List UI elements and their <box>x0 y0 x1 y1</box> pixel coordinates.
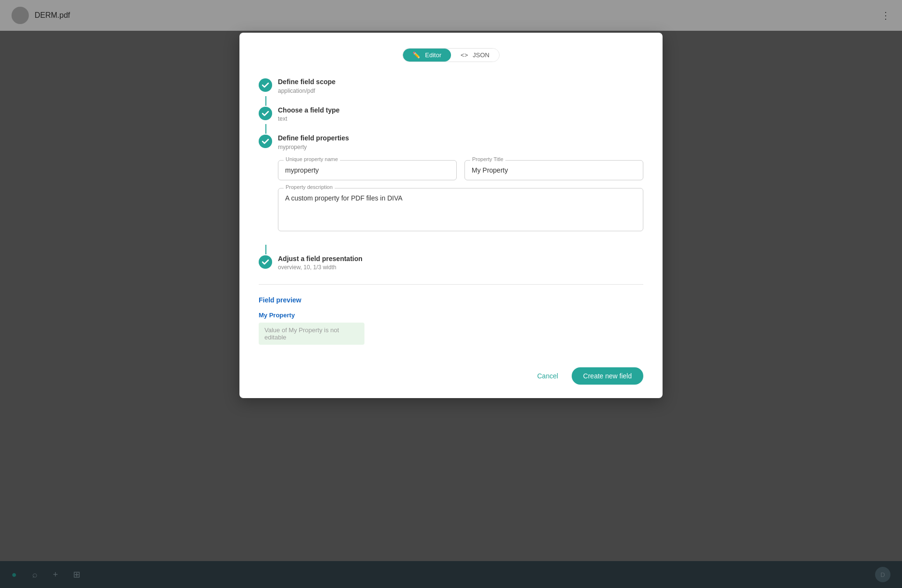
create-field-modal: ✏️Editor <>JSON Define field scope appli… <box>239 33 663 398</box>
unique-property-name-input[interactable] <box>278 160 457 180</box>
step-3-connector <box>265 245 266 254</box>
cancel-button[interactable]: Cancel <box>531 368 564 384</box>
property-description-field: Property description A custom property f… <box>278 188 643 233</box>
step-1-title: Define field scope <box>278 77 643 87</box>
step-3-subtitle: myproperty <box>278 144 643 150</box>
modal-footer: Cancel Create new field <box>531 367 643 385</box>
toggle-group: ✏️Editor <>JSON <box>402 48 500 62</box>
form-row-2: Property description A custom property f… <box>278 188 643 233</box>
field-preview-label: My Property <box>259 312 643 319</box>
step-4-check-icon <box>259 255 272 269</box>
step-choose-type: Choose a field type text <box>259 106 643 134</box>
steps-list: Define field scope application/pdf Choos… <box>259 77 643 273</box>
step-define-scope: Define field scope application/pdf <box>259 77 643 106</box>
step-1-connector <box>265 96 266 106</box>
step-1-check-icon <box>259 78 272 92</box>
json-tab[interactable]: <>JSON <box>451 49 499 62</box>
field-preview-heading: Field preview <box>259 296 643 304</box>
step-2-subtitle: text <box>278 115 643 122</box>
property-description-label: Property description <box>284 184 335 190</box>
field-preview-value: Value of My Property is not editable <box>259 323 364 345</box>
editor-tab[interactable]: ✏️Editor <box>403 49 451 62</box>
create-field-button[interactable]: Create new field <box>572 367 643 385</box>
property-title-input[interactable] <box>464 160 643 180</box>
step-4-title: Adjust a field presentation <box>278 254 643 264</box>
step-1-subtitle: application/pdf <box>278 88 643 94</box>
form-row-1: Unique property name Property Title <box>278 160 643 180</box>
property-title-label: Property Title <box>470 156 505 162</box>
field-preview-section: Field preview My Property Value of My Pr… <box>259 296 643 345</box>
field-properties-form: Unique property name Property Title Prop… <box>278 160 643 241</box>
step-2-title: Choose a field type <box>278 106 643 115</box>
unique-property-name-label: Unique property name <box>284 156 340 162</box>
step-2-check-icon <box>259 107 272 120</box>
unique-property-name-field: Unique property name <box>278 160 457 180</box>
step-adjust-presentation: Adjust a field presentation overview, 10… <box>259 254 643 273</box>
section-divider <box>259 284 643 285</box>
view-toggle: ✏️Editor <>JSON <box>259 48 643 62</box>
step-3-title: Define field properties <box>278 134 643 143</box>
property-title-field: Property Title <box>464 160 643 180</box>
property-description-input[interactable]: A custom property for PDF files in DIVA <box>278 188 643 231</box>
step-2-connector <box>265 124 266 134</box>
step-3-check-icon <box>259 135 272 148</box>
step-4-subtitle: overview, 10, 1/3 width <box>278 264 643 271</box>
step-define-properties: Define field properties myproperty Uniqu… <box>259 134 643 254</box>
